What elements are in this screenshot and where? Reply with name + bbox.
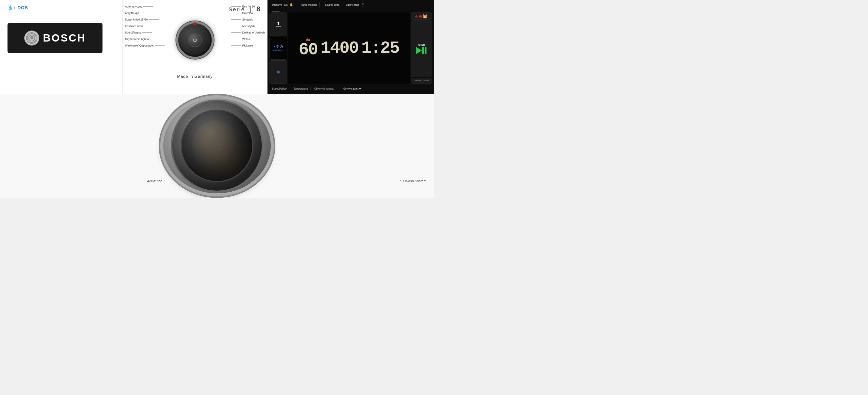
speedperfect-btn[interactable]: SpeedPerfect [270,87,290,90]
wash-system-text: 4D Wash System [400,179,427,183]
bosch-logo: BOSCH [24,31,86,45]
temperatura-label: Temperatura [294,87,308,90]
display-row: ⬆ ● [270,12,432,84]
zdalny-start-label: Zdalny start [346,3,359,6]
made-in-germany: Made in Germany [177,74,213,79]
speedperfect-label: SpeedPerfect [272,87,287,90]
gotowe-icon [358,87,362,90]
label-text: AntyAlergia [125,11,139,14]
label-text: Syntetyki [242,18,253,21]
door-outer [163,98,271,193]
hand-icon: 🖐 [289,3,293,6]
program-labels-left: Automatyczny AntyAlergia Super krótki 15… [125,5,165,47]
door-inner [181,110,253,182]
label-text: Bawełna [242,11,253,14]
label-text: Czyszczenie bębna [125,37,149,40]
pause-icon [422,47,427,54]
gotowe-btn[interactable]: — Gotowe za + 3 sek. [338,87,361,90]
indicator-bar [272,11,279,11]
dial-center: ⏻ [188,33,202,47]
flame-icon2 [415,15,418,18]
intensive-plus-btn[interactable]: Intensive Plus 🖐 [270,2,296,7]
idos-box: ● [270,37,287,60]
top-buttons-row: Intensive Plus 🖐 Pranie wstępne Płukanie… [270,2,432,9]
label-super-krotki: Super krótki 15'/30' [125,18,165,21]
idos-logo: 💧 i-DOS [7,5,28,10]
idos-drop-icon: 💧 [7,5,13,10]
label-eco: Eco 40-60 [231,5,265,8]
rpm-digit: 1400 [320,40,358,57]
play-icon [416,47,422,54]
obroty-btn[interactable]: Obroty wirowania [312,87,336,90]
snowflake-btn[interactable]: ❄ [270,60,287,84]
upload-btn[interactable]: ⬆ [270,12,287,36]
temperature-section: 60 [299,38,317,58]
dot-blue-icon: ● [274,45,275,48]
time-digit: 1:25 [361,40,399,57]
label-czyszczenie: Czyszczenie bębna [125,37,165,40]
obroty-label: Obroty wirowania [314,87,334,90]
bottom-panel: AquaStop 4D Wash System [0,94,434,198]
time-section: 1:25 [361,40,399,57]
intensive-plus-label: Intensive Plus [272,3,287,6]
pranie-wstepne-btn[interactable]: Pranie wstępne [297,2,320,7]
label-mix: Mix szybki [231,25,265,28]
start-label: Start/ [418,43,425,47]
dial-area: Automatyczny AntyAlergia Super krótki 15… [123,0,267,75]
label-sport: Sport/Fitness [125,31,165,34]
middle-section: Serie | 8 Automatyczny AntyAlergia [123,0,268,94]
upload-icon: ⬆ [277,21,280,26]
snowflake-icon: ❄ [277,70,280,74]
label-welna: Wełna [231,37,265,40]
label-text: Płukanie [242,44,253,47]
label-text: Wełna [242,37,250,40]
label-plukanie: Płukanie [231,44,265,47]
bosch-wordmark: BOSCH [43,32,86,44]
zdalny-start-btn[interactable]: Zdalny start 📱 [343,2,367,7]
plukanie-extra-btn[interactable]: Płukanie extra [321,2,342,7]
left-section: 💧 i-DOS BOSCH [0,0,123,94]
start-col: 🧺 Start/ [411,12,432,84]
label-text: Wirowanie/ Odpompow. [125,44,154,47]
add-laundry-btn[interactable]: Dodanie prania [411,78,432,84]
program-labels-right: Eco 40-60 Bawełna Syntetyki Mix szybki [231,5,265,47]
start-button[interactable]: Start/ [411,21,432,77]
power-icon: ⏻ [193,37,197,43]
door-middle [171,99,263,192]
wifi-icon [276,45,279,49]
right-btn-col: 🧺 Start/ [411,12,432,84]
label-text: Delikatne/ Jedwab [242,31,265,34]
label-text: Sport/Fitness [125,31,141,34]
label-antyalergia: AntyAlergia [125,11,165,14]
center-digits: 60 1400 1:25 [288,12,410,84]
label-bawelna: Bawełna [231,11,265,14]
label-koszule: Koszule/Bluzki [125,25,165,28]
gotowe-sub: 3 sek. [353,88,359,90]
heat-btn[interactable]: 🧺 [411,12,432,20]
timer-icon [280,45,283,49]
idos-text: i-DOS [14,5,28,10]
label-syntetyki: Syntetyki [231,18,265,21]
svg-point-2 [277,47,278,48]
temperatura-btn[interactable]: Temperatura [291,87,310,90]
remote-icon: 📱 [361,3,365,6]
idos-label: -i-DOS- [275,49,282,52]
washing-machine: 💧 i-DOS BOSCH [0,0,434,198]
label-text: Koszule/Bluzki [125,25,143,28]
program-dial[interactable]: ⏻ [176,21,214,59]
svg-point-1 [29,35,35,41]
top-panel: 💧 i-DOS BOSCH [0,0,434,94]
label-text: Mix szybki [242,25,255,28]
play-pause-icons [416,47,427,54]
dial-ring: ⏻ [180,25,210,55]
door-glass [182,111,252,181]
bottom-bar: SpeedPerfect Temperatura Obroty wirowani… [270,84,432,92]
label-wirowanie: Wirowanie/ Odpompow. [125,44,165,47]
idos-box-icons: ● [274,45,283,49]
plukanie-extra-label: Płukanie extra [323,3,339,6]
bosch-circle-icon [24,31,39,45]
dot-blue-small: ● [282,49,283,51]
control-panel: Intensive Plus 🖐 Pranie wstępne Płukanie… [268,0,434,94]
pranie-wstepne-label: Pranie wstępne [300,3,317,6]
label-text: Eco 40-60 [242,5,255,8]
